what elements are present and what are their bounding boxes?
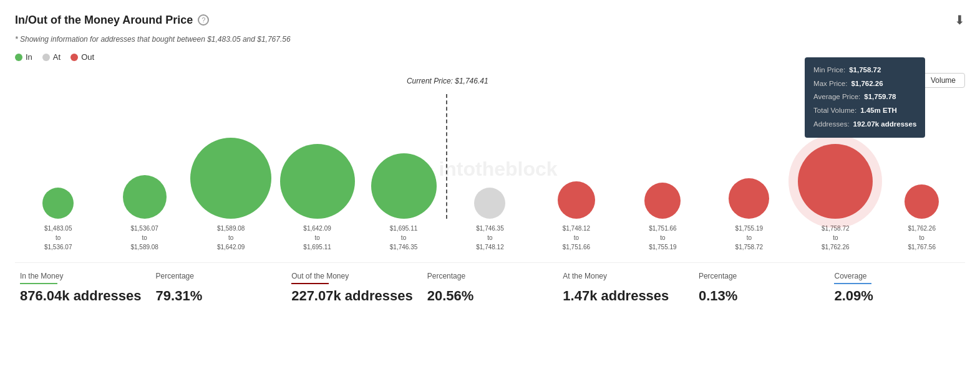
- stat-out-pct-value: 20.56%: [427, 288, 553, 304]
- stat-coverage-value: 2.09%: [834, 288, 960, 304]
- bubble-6: [558, 181, 595, 219]
- bubble-col-9: Min Price: $1,758.72 Max Price: $1,762.2…: [792, 94, 878, 219]
- bubble-7: [644, 183, 681, 219]
- legend-out-dot: [70, 54, 78, 61]
- main-container: In/Out of the Money Around Price ? ⬇ * S…: [0, 0, 980, 317]
- legend-in-dot: [15, 54, 22, 61]
- tooltip-box: Min Price: $1,758.72 Max Price: $1,762.2…: [805, 57, 925, 138]
- page-title: In/Out of the Money Around Price: [15, 14, 193, 27]
- legend-out: Out: [70, 52, 94, 62]
- x-label-6: $1,748.12to$1,751.66: [533, 224, 619, 252]
- bubble-3: [280, 144, 355, 219]
- bubble-col-8: [706, 94, 792, 219]
- x-labels: $1,483.05to$1,536.07 $1,536.07to$1,589.0…: [15, 219, 965, 252]
- tooltip-avg-label: Average Price:: [813, 90, 860, 104]
- chart-area: ✦ intotheblock: [15, 94, 965, 244]
- stat-out-pct-label: Percentage: [427, 272, 553, 280]
- x-label-7: $1,751.66to$1,755.19: [619, 224, 706, 252]
- stat-in-money-underline: [20, 283, 57, 284]
- current-price-line: Current Price: $1,746.41: [446, 94, 447, 219]
- stat-in-money-label: In the Money: [20, 272, 146, 280]
- header: In/Out of the Money Around Price ? ⬇: [15, 12, 965, 27]
- x-label-9: $1,758.72to$1,762.26: [792, 224, 878, 252]
- download-icon[interactable]: ⬇: [954, 12, 965, 27]
- stat-at-money: At the Money 1.47k addresses: [558, 272, 694, 304]
- stat-in-pct-value: 79.31%: [156, 288, 282, 304]
- tooltip-max-val: $1,762.26: [851, 77, 883, 91]
- stat-at-money-underline: [563, 283, 689, 284]
- stat-in-pct-label: Percentage: [156, 272, 282, 280]
- bubble-col-3: [274, 94, 360, 219]
- tooltip-total-vol: Total Volume: 1.45m ETH: [813, 104, 916, 118]
- bubble-col-7: [619, 94, 706, 219]
- legend-at-dot: [42, 54, 50, 61]
- stat-in-money-value: 876.04k addresses: [20, 288, 146, 304]
- bubbles-container: Current Price: $1,746.41: [15, 94, 965, 219]
- bubble-col-5: [447, 94, 533, 219]
- stat-at-pct-underline: [699, 283, 825, 284]
- stat-out-pct: Percentage 20.56%: [422, 272, 558, 304]
- current-price-label: Current Price: $1,746.41: [407, 77, 488, 85]
- help-icon[interactable]: ?: [198, 14, 209, 26]
- stat-coverage: Coverage 2.09%: [829, 272, 965, 304]
- bubble-col-4: Current Price: $1,746.41: [361, 94, 447, 219]
- bubble-9: [798, 144, 873, 219]
- bubble-col-1: [101, 94, 187, 219]
- legend-in-label: In: [26, 52, 32, 62]
- tooltip-addr-val: 192.07k addresses: [853, 118, 917, 131]
- stat-at-pct-label: Percentage: [699, 272, 825, 280]
- bubble-col-6: [533, 94, 619, 219]
- stat-at-money-value: 1.47k addresses: [563, 288, 689, 304]
- title-row: In/Out of the Money Around Price ?: [15, 14, 209, 27]
- stats-row: In the Money 876.04k addresses Percentag…: [15, 262, 965, 304]
- tooltip-min-label: Min Price:: [813, 64, 845, 77]
- stat-at-pct-value: 0.13%: [699, 288, 825, 304]
- stat-coverage-label: Coverage: [834, 272, 960, 280]
- bubble-1: [123, 175, 167, 219]
- tooltip-min-price: Min Price: $1,758.72: [813, 64, 916, 77]
- legend-at-label: At: [53, 52, 61, 62]
- x-label-1: $1,536.07to$1,589.08: [101, 224, 187, 252]
- tooltip-max-label: Max Price:: [813, 77, 847, 91]
- tooltip-vol-label: Total Volume:: [813, 104, 856, 118]
- stat-in-money: In the Money 876.04k addresses: [15, 272, 151, 304]
- bubble-0: [42, 188, 74, 219]
- bubble-8: [729, 178, 769, 219]
- stat-out-money: Out of the Money 227.07k addresses: [286, 272, 422, 304]
- tooltip-max-price: Max Price: $1,762.26: [813, 77, 916, 91]
- bubble-2: [190, 138, 271, 219]
- stat-out-money-label: Out of the Money: [291, 272, 417, 280]
- subtitle: * Showing information for addresses that…: [15, 35, 965, 44]
- stat-in-pct: Percentage 79.31%: [151, 272, 287, 304]
- x-label-5: $1,746.35to$1,748.12: [447, 224, 533, 252]
- bubble-4: [371, 153, 437, 219]
- volume-toggle[interactable]: Volume: [921, 73, 965, 88]
- x-label-2: $1,589.08to$1,642.09: [188, 224, 274, 252]
- x-label-10: $1,762.26to$1,767.56: [879, 224, 965, 252]
- tooltip-vol-val: 1.45m ETH: [860, 104, 897, 118]
- legend-out-label: Out: [81, 52, 94, 62]
- bubble-col-0: [15, 94, 101, 219]
- legend-in: In: [15, 52, 32, 62]
- x-label-4: $1,695.11to$1,746.35: [361, 224, 447, 252]
- bubble-col-2: [188, 94, 274, 219]
- tooltip-addresses: Addresses: 192.07k addresses: [813, 118, 916, 131]
- x-label-8: $1,755.19to$1,758.72: [706, 224, 792, 252]
- stat-out-money-underline: [291, 283, 329, 284]
- stat-out-pct-underline: [427, 283, 553, 284]
- stat-at-pct: Percentage 0.13%: [694, 272, 830, 304]
- bubble-10: [905, 184, 939, 219]
- tooltip-avg-val: $1,759.78: [864, 90, 896, 104]
- x-label-0: $1,483.05to$1,536.07: [15, 224, 101, 252]
- stat-coverage-underline: [834, 283, 871, 284]
- tooltip-addr-label: Addresses:: [813, 118, 850, 131]
- tooltip-avg-price: Average Price: $1,759.78: [813, 90, 916, 104]
- stat-in-pct-underline: [156, 283, 282, 284]
- legend-at: At: [42, 52, 61, 62]
- stat-at-money-label: At the Money: [563, 272, 689, 280]
- bubble-5: [474, 188, 505, 219]
- tooltip-min-val: $1,758.72: [849, 64, 881, 77]
- stat-out-money-value: 227.07k addresses: [291, 288, 417, 304]
- x-label-3: $1,642.09to$1,695.11: [274, 224, 360, 252]
